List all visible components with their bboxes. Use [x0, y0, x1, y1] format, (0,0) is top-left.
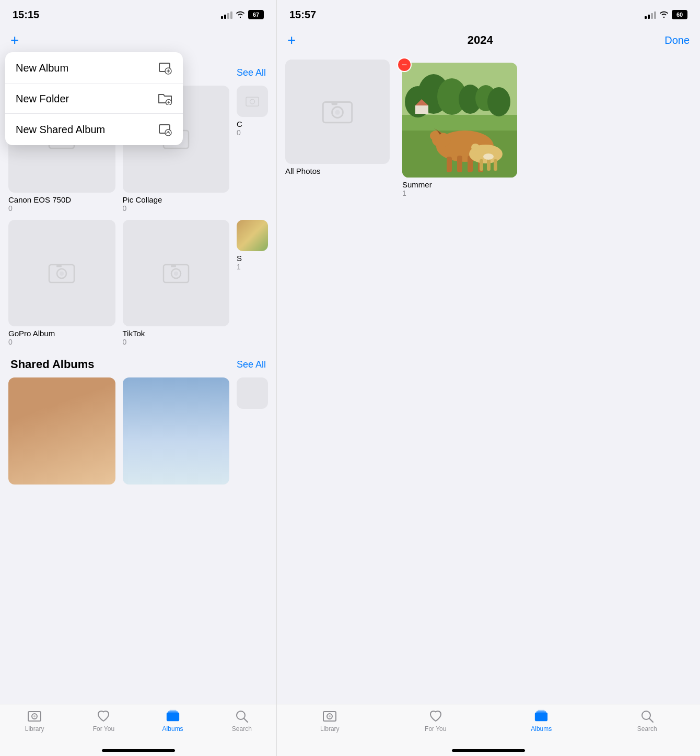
left-tab-foryou[interactable]: For You: [69, 710, 138, 733]
svg-point-64: [483, 153, 494, 160]
new-folder-label: New Folder: [16, 93, 69, 105]
right-tab-search-label: Search: [637, 725, 657, 733]
horse-photo: [402, 63, 517, 178]
wifi-icon: [236, 11, 245, 18]
all-photos-album[interactable]: All Photos: [285, 60, 390, 175]
left-top-nav: +: [0, 26, 276, 54]
right-tab-library-label: Library: [320, 725, 340, 733]
new-folder-item[interactable]: New Folder: [5, 84, 183, 114]
album-s-label: S: [237, 254, 268, 263]
right-tab-foryou[interactable]: For You: [383, 710, 489, 733]
shared-thumb-1: [8, 377, 115, 485]
left-tab-foryou-label: For You: [93, 725, 114, 733]
svg-rect-39: [331, 102, 337, 105]
all-photos-thumb: [285, 60, 390, 164]
left-tab-albums[interactable]: Albums: [138, 710, 207, 733]
right-top-nav: + 2024 Done: [277, 26, 700, 54]
search-icon: [235, 710, 249, 723]
svg-point-47: [487, 87, 510, 116]
right-tab-bar: Library For You Albums: [277, 704, 700, 756]
summer-album-thumb-container: −: [402, 63, 517, 178]
svg-point-63: [471, 144, 480, 151]
left-time: 15:15: [13, 9, 39, 21]
right-tab-albums[interactable]: Albums: [488, 710, 594, 733]
svg-rect-68: [535, 713, 547, 722]
left-status-icons: 67: [221, 10, 264, 19]
albums-icon: [166, 710, 180, 723]
svg-point-26: [174, 271, 178, 276]
svg-point-57: [430, 131, 442, 141]
all-photos-label: All Photos: [285, 167, 390, 175]
shared-grid: [0, 377, 276, 485]
left-home-indicator: [102, 749, 175, 752]
right-tab-foryou-label: For You: [425, 725, 446, 733]
right-search-icon: [640, 710, 655, 723]
album-tiktok-count: 0: [123, 338, 230, 346]
new-shared-album-label: New Shared Album: [16, 124, 105, 136]
left-tab-library[interactable]: Library: [0, 710, 69, 733]
right-scroll: All Photos −: [277, 54, 700, 756]
right-tab-library[interactable]: Library: [277, 710, 383, 733]
summer-album-count: 1: [402, 189, 517, 197]
album-c[interactable]: C 0: [237, 86, 268, 212]
album-piccollage-count: 0: [123, 204, 230, 212]
my-albums-see-all[interactable]: See All: [237, 67, 266, 78]
new-album-item[interactable]: New Album: [5, 52, 183, 84]
shared-album-2[interactable]: [123, 377, 230, 485]
shared-header: Shared Albums See All: [0, 355, 276, 374]
album-gopro[interactable]: GoPro Album 0: [8, 220, 115, 347]
album-tiktok[interactable]: TikTok 0: [123, 220, 230, 347]
svg-rect-59: [480, 159, 483, 171]
album-tiktok-thumb: [123, 220, 230, 327]
album-c-count: 0: [237, 128, 268, 137]
shared-album-3[interactable]: [237, 377, 268, 485]
svg-rect-18: [246, 97, 259, 106]
shared-title: Shared Albums: [10, 358, 95, 371]
right-phone: 15:57 60 + 2024 Done: [277, 0, 700, 756]
shared-thumb-3: [237, 377, 268, 409]
left-tab-search[interactable]: Search: [207, 710, 276, 733]
new-shared-album-item[interactable]: New Shared Album: [5, 114, 183, 145]
album-gopro-label: GoPro Album: [8, 329, 115, 338]
delete-badge[interactable]: −: [397, 57, 412, 72]
album-s-count: 1: [237, 263, 268, 271]
svg-point-30: [33, 715, 36, 717]
signal-icon: [221, 10, 232, 19]
left-phone: 15:15 67 + New Album: [0, 0, 277, 756]
right-done-button[interactable]: Done: [664, 34, 690, 46]
right-plus-button[interactable]: +: [287, 32, 296, 49]
left-status-bar: 15:15 67: [0, 0, 276, 26]
summer-album[interactable]: −: [402, 60, 517, 197]
left-scroll: My Albums See All Canon EOS 750D 0: [0, 54, 276, 756]
battery-icon: 67: [248, 10, 264, 19]
album-s-thumb: [237, 220, 268, 251]
svg-rect-33: [169, 710, 176, 712]
album-c-label: C: [237, 120, 268, 128]
album-piccollage-label: Pic Collage: [123, 195, 230, 204]
right-library-icon: [322, 710, 337, 723]
album-tiktok-label: TikTok: [123, 329, 230, 338]
svg-rect-48: [415, 105, 428, 114]
album-canon-label: Canon EOS 750D: [8, 195, 115, 204]
right-albums-icon: [534, 710, 549, 723]
foryou-icon: [96, 710, 111, 723]
album-s[interactable]: S 1: [237, 220, 268, 347]
summer-album-label: Summer: [402, 180, 517, 189]
new-album-label: New Album: [16, 62, 68, 74]
right-status-bar: 15:57 60: [277, 0, 700, 26]
svg-rect-27: [171, 265, 176, 267]
shared-see-all[interactable]: See All: [237, 359, 266, 370]
svg-point-19: [250, 99, 255, 104]
folder-plus-icon: [158, 92, 172, 105]
svg-rect-53: [457, 156, 462, 172]
svg-rect-52: [447, 157, 452, 172]
shared-album-1[interactable]: [8, 377, 115, 485]
right-tab-albums-label: Albums: [531, 725, 552, 733]
right-tab-search[interactable]: Search: [594, 710, 701, 733]
right-nav-title: 2024: [468, 33, 493, 47]
svg-point-67: [329, 715, 331, 717]
svg-rect-61: [494, 159, 497, 171]
right-albums-row: All Photos −: [277, 54, 700, 197]
left-tab-albums-label: Albums: [162, 725, 183, 733]
left-plus-button[interactable]: +: [10, 32, 19, 49]
